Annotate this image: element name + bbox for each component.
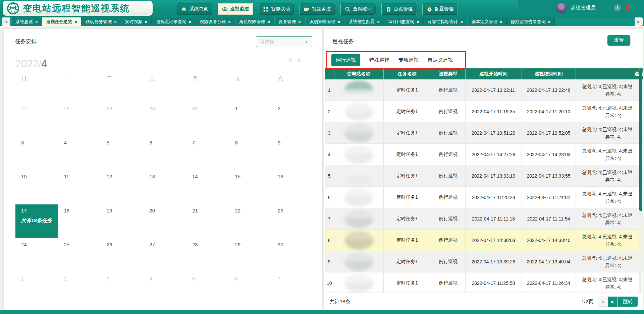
calendar-day[interactable]: 27 (144, 238, 187, 272)
tab-close-icon[interactable]: × (268, 20, 270, 24)
tab-10[interactable]: 系统信息配置× (344, 17, 384, 26)
calendar-day[interactable]: 2 (58, 272, 101, 307)
tab-4[interactable]: 实时视频× (121, 17, 152, 26)
calendar-day[interactable]: 18 (58, 204, 101, 239)
tab-close-icon[interactable]: × (298, 20, 301, 24)
tab-close-icon[interactable]: × (377, 20, 380, 24)
calendar-day[interactable]: 29 (229, 238, 272, 272)
calendar-day[interactable]: 29 (101, 102, 144, 136)
table-row[interactable]: 4定时任务1例行巡视2022-04-17 14:27:282022-04-17 … (325, 144, 643, 165)
tab-8[interactable]: 设备管理× (274, 17, 305, 26)
tab-5[interactable]: 巡视点记录查询× (152, 17, 196, 26)
calendar-day[interactable]: 4 (144, 272, 187, 307)
calendar-day-selected[interactable]: 17共有18条任务 (15, 204, 58, 239)
nav-button-gear[interactable]: 配置管理 (422, 3, 458, 15)
table-row[interactable]: 10定时任务1例行巡视2022-04-17 11:25:582022-04-17… (325, 272, 643, 293)
inspection-type-tab-3[interactable]: 专项巡视 (398, 57, 419, 63)
calendar-day[interactable]: 27 (15, 102, 58, 136)
tab-13[interactable]: 基本定义管理× (467, 17, 507, 26)
calendar-day[interactable]: 15 (229, 170, 272, 204)
nav-button-video[interactable]: 视频监控 (300, 3, 335, 15)
calendar-day[interactable]: 24 (15, 238, 58, 272)
calendar-day[interactable]: 10 (15, 170, 58, 204)
tab-2[interactable]: 巡视任务总览× (42, 17, 82, 26)
tab-close-icon[interactable]: × (114, 20, 117, 24)
calendar-day[interactable]: 8 (229, 136, 272, 171)
power-logout-icon[interactable] (625, 4, 633, 11)
calendar-day[interactable]: 22 (229, 204, 272, 239)
table-row[interactable]: 5定时任务1例行巡视2022-04-17 13:33:192022-04-17 … (325, 165, 643, 187)
calendar-day[interactable]: 12 (101, 170, 144, 204)
calendar-day[interactable]: 1 (229, 102, 272, 136)
calendar-day[interactable]: 1 (15, 272, 58, 307)
table-row[interactable]: 8定时任务1例行巡视2022-04-17 14:30:032022-04-17 … (325, 230, 643, 251)
tab-11[interactable]: 审计日志查询× (384, 17, 424, 26)
inspection-type-tab-1[interactable]: 例行巡视 (331, 54, 360, 66)
calendar-day[interactable]: 28 (186, 238, 229, 272)
calendar-day[interactable]: 30 (272, 238, 315, 272)
calendar-day[interactable]: 3 (101, 272, 144, 307)
user-avatar[interactable] (556, 2, 567, 13)
table-row[interactable]: 3定时任务1例行巡视2022-04-17 10:51:292022-04-17 … (325, 122, 643, 144)
table-row[interactable]: 6定时任务1例行巡视2022-04-17 11:20:282022-04-17 … (325, 187, 643, 208)
inspection-type-tab-4[interactable]: 自定义巡视 (428, 57, 453, 63)
table-row[interactable]: 2定时任务1例行巡视2022-04-17 11:19:352022-04-17 … (325, 101, 643, 122)
jump-page-button[interactable]: 跳转 (618, 297, 638, 307)
tab-7[interactable]: 角色权限管理× (235, 17, 275, 26)
calendar-day[interactable]: 11 (58, 170, 101, 204)
calendar-day[interactable]: 23 (272, 204, 315, 239)
tab-12[interactable]: 可靠性指标统计× (424, 17, 468, 26)
calendar-day[interactable]: 28 (58, 102, 101, 136)
tab-close-icon[interactable]: × (35, 20, 38, 24)
tab-close-icon[interactable]: × (338, 20, 340, 24)
calendar-day[interactable]: 26 (101, 238, 144, 272)
tab-scroll-right-icon[interactable]: ▶ (635, 17, 643, 26)
nav-button-eye[interactable]: 巡视监控 (218, 3, 253, 15)
tab-close-icon[interactable]: × (189, 20, 191, 24)
calendar-day[interactable]: 5 (186, 272, 229, 307)
calendar-day[interactable]: 19 (101, 204, 144, 239)
calendar-day[interactable]: 3 (15, 136, 58, 171)
calendar-day[interactable]: 14 (186, 170, 229, 204)
calendar-day[interactable]: 6 (144, 136, 187, 171)
table-row[interactable]: 1定时任务1例行巡视2022-04-17 13:22:112022-04-17 … (325, 79, 643, 101)
table-row[interactable]: 9定时任务1例行巡视2022-04-17 13:39:282022-04-17 … (325, 251, 643, 272)
calendar-day[interactable]: 20 (144, 204, 187, 239)
calendar-day[interactable]: 7 (186, 136, 229, 171)
calendar-day[interactable]: 31 (186, 102, 229, 136)
tab-close-icon[interactable]: × (548, 20, 551, 24)
calendar-day[interactable]: 30 (144, 102, 187, 136)
station-select[interactable]: 请选择 ▼ (256, 36, 312, 47)
reset-button[interactable]: 重置 (607, 35, 630, 46)
nav-button-linkage[interactable]: 智能联动 (259, 3, 294, 15)
calendar-day[interactable]: 16 (272, 170, 315, 204)
tab-1[interactable]: 系统总览× (11, 17, 42, 26)
tab-close-icon[interactable]: × (500, 20, 502, 24)
tab-close-icon[interactable]: × (145, 20, 148, 24)
prev-page-button[interactable]: ◀ (598, 297, 607, 307)
info-icon[interactable]: i (614, 4, 621, 11)
nav-button-search[interactable]: 查询统计 (340, 3, 376, 15)
nav-button-ledger[interactable]: 台账管理 (381, 3, 417, 15)
calendar-day[interactable]: 2 (272, 102, 315, 136)
calendar-day[interactable]: 25 (58, 238, 101, 272)
tab-9[interactable]: 识别策略管理× (305, 17, 345, 26)
calendar-prev-icon[interactable]: < (288, 56, 292, 65)
tab-close-icon[interactable]: × (75, 20, 77, 24)
tab-close-icon[interactable]: × (228, 20, 231, 24)
calendar-next-icon[interactable]: > (297, 56, 302, 65)
table-scrollbar-thumb[interactable] (639, 69, 642, 211)
calendar-day[interactable]: 4 (58, 136, 101, 171)
calendar-day[interactable]: 9 (272, 136, 315, 171)
tab-14[interactable]: 静默监视告警查询× (507, 17, 555, 26)
calendar-day[interactable]: 6 (229, 272, 272, 307)
calendar-day[interactable]: 13 (144, 170, 187, 204)
table-row[interactable]: 7定时任务1例行巡视2022-04-17 11:11:182022-04-17 … (325, 208, 643, 230)
nav-button-home[interactable]: 系统总览 (177, 3, 212, 15)
calendar-day[interactable]: 5 (101, 136, 144, 171)
tab-3[interactable]: 联动任务管理× (82, 17, 121, 26)
calendar-day[interactable]: 7 (272, 272, 315, 307)
tab-scroll-left-icon[interactable]: ◀ (2, 17, 10, 26)
tab-6[interactable]: 视频设备台账× (196, 17, 235, 26)
tab-close-icon[interactable]: × (417, 20, 419, 24)
